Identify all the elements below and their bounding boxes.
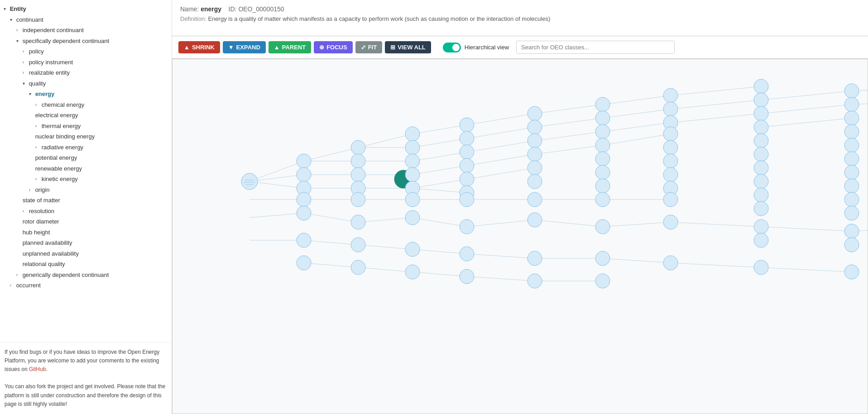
name-label: Name: bbox=[180, 5, 199, 13]
tree-label: planned availability bbox=[23, 238, 72, 247]
tree-node-potential-energy[interactable]: potential energy bbox=[0, 152, 172, 163]
svg-point-104 bbox=[460, 219, 474, 234]
tree-indent bbox=[0, 164, 35, 173]
focus-button[interactable]: ⊕ FOCUS bbox=[314, 41, 353, 53]
tree-node-specifically-dependent-continuant[interactable]: ▾specifically dependent continuant bbox=[0, 36, 172, 47]
tree-node-policy-instrument[interactable]: ›policy instrument bbox=[0, 57, 172, 68]
tree-label: occurrent bbox=[16, 281, 41, 290]
focus-label: FOCUS bbox=[326, 44, 347, 51]
tree-node-chemical-energy[interactable]: ›chemical energy bbox=[0, 100, 172, 110]
tree-area[interactable]: ▾Entity ▾continuant ›independent continu… bbox=[0, 0, 172, 342]
graph-svg bbox=[173, 59, 868, 414]
svg-point-109 bbox=[528, 133, 542, 148]
toolbar: ▲ SHRINK ▼ EXPAND ▲ PARENT ⊕ FOCUS ⤢ FIT… bbox=[172, 36, 868, 59]
footer-text3: You can also fork the project and get in… bbox=[5, 382, 167, 409]
tree-label: state of matter bbox=[23, 196, 60, 205]
tree-arrow: ▾ bbox=[4, 5, 10, 12]
viewall-label: VIEW ALL bbox=[398, 44, 426, 51]
svg-point-105 bbox=[460, 247, 474, 261]
tree-indent bbox=[0, 249, 23, 258]
tree-label: energy bbox=[35, 90, 55, 99]
svg-point-112 bbox=[528, 174, 542, 189]
parent-button[interactable]: ▲ PARENT bbox=[269, 41, 311, 53]
tree-node-planned-availability[interactable]: planned availability bbox=[0, 238, 172, 248]
tree-label: electrical energy bbox=[35, 111, 78, 120]
tree-indent bbox=[0, 26, 16, 35]
tree-node-state-of-matter[interactable]: state of matter bbox=[0, 195, 172, 206]
tree-node-policy[interactable]: ›policy bbox=[0, 46, 172, 57]
viewall-button[interactable]: ⊞ VIEW ALL bbox=[385, 41, 431, 53]
svg-point-117 bbox=[595, 97, 610, 112]
search-box bbox=[516, 41, 675, 54]
svg-point-126 bbox=[595, 251, 610, 266]
tree-node-radiative-energy[interactable]: ›radiative energy bbox=[0, 142, 172, 153]
svg-point-100 bbox=[460, 158, 474, 173]
id-label: ID: bbox=[229, 5, 237, 13]
svg-point-156 bbox=[844, 138, 859, 152]
svg-point-128 bbox=[663, 88, 678, 103]
tree-arrow: › bbox=[35, 101, 42, 108]
svg-point-125 bbox=[595, 219, 610, 234]
tree-node-energy[interactable]: ▾energy bbox=[0, 89, 172, 100]
tree-node-kinetic-energy[interactable]: ›kinetic energy bbox=[0, 174, 172, 185]
svg-point-111 bbox=[528, 161, 542, 175]
svg-point-138 bbox=[663, 256, 678, 270]
parent-label: PARENT bbox=[282, 44, 306, 51]
tree-node-unplanned-availability[interactable]: unplanned availability bbox=[0, 248, 172, 259]
tree-indent bbox=[0, 175, 35, 184]
tree-label: nuclear binding energy bbox=[35, 132, 95, 141]
tree-label: specifically dependent continuant bbox=[23, 37, 110, 46]
search-input[interactable] bbox=[516, 41, 675, 54]
svg-point-150 bbox=[754, 233, 768, 247]
graph-area[interactable] bbox=[172, 59, 868, 414]
tree-indent bbox=[0, 186, 29, 195]
fit-button[interactable]: ⤢ FIT bbox=[355, 41, 383, 53]
svg-point-123 bbox=[595, 179, 610, 193]
tree-indent bbox=[0, 68, 23, 77]
tree-node-entity[interactable]: ▾Entity bbox=[0, 4, 172, 14]
toggle-group: Hierarchical view bbox=[443, 43, 509, 52]
shrink-button[interactable]: ▲ SHRINK bbox=[178, 41, 220, 53]
tree-node-nuclear-binding-energy[interactable]: nuclear binding energy bbox=[0, 131, 172, 142]
tree-node-independent-continuant[interactable]: ›independent continuant bbox=[0, 25, 172, 36]
expand-button[interactable]: ▼ EXPAND bbox=[223, 41, 266, 53]
tree-indent bbox=[0, 281, 10, 290]
tree-indent bbox=[0, 153, 35, 162]
svg-point-93 bbox=[405, 192, 420, 207]
tree-node-quality[interactable]: ▾quality bbox=[0, 78, 172, 89]
github-link[interactable]: GitHub bbox=[29, 366, 46, 372]
svg-point-158 bbox=[844, 165, 859, 180]
svg-point-77 bbox=[297, 206, 311, 220]
tree-node-resolution[interactable]: ›resolution bbox=[0, 206, 172, 217]
svg-point-161 bbox=[844, 206, 859, 220]
tree-indent bbox=[0, 238, 23, 247]
info-panel: Name: energy ID: OEO_00000150 Definition… bbox=[172, 0, 868, 36]
hierarchical-toggle[interactable] bbox=[443, 43, 461, 52]
tree-node-thermal-energy[interactable]: ›thermal energy bbox=[0, 121, 172, 132]
tree-label: radiative energy bbox=[42, 143, 84, 152]
svg-point-132 bbox=[663, 140, 678, 155]
svg-point-79 bbox=[297, 256, 311, 270]
shrink-icon: ▲ bbox=[184, 44, 190, 51]
tree-node-realizable-entity[interactable]: ›realizable entity bbox=[0, 67, 172, 78]
tree-node-occurrent[interactable]: ›occurrent bbox=[0, 280, 172, 291]
svg-point-84 bbox=[351, 192, 365, 207]
tree-node-relational-quality[interactable]: relational quality bbox=[0, 259, 172, 270]
svg-point-140 bbox=[754, 93, 768, 107]
tree-node-hub-height[interactable]: hub height bbox=[0, 227, 172, 238]
tree-label: resolution bbox=[29, 207, 54, 216]
def-label: Definition: bbox=[180, 15, 206, 22]
svg-point-91 bbox=[405, 167, 420, 182]
tree-node-renewable-energy[interactable]: renewable energy bbox=[0, 163, 172, 174]
tree-node-generically-dependent-continuant[interactable]: ›generically dependent continuant bbox=[0, 270, 172, 281]
svg-point-147 bbox=[754, 188, 768, 202]
tree-node-rotor-diameter[interactable]: rotor diameter bbox=[0, 216, 172, 227]
tree-node-origin[interactable]: ›origin bbox=[0, 185, 172, 195]
svg-point-97 bbox=[460, 118, 474, 132]
tree-arrow: ▾ bbox=[10, 16, 16, 23]
tree-label: independent continuant bbox=[23, 26, 84, 35]
tree-node-continuant[interactable]: ▾continuant bbox=[0, 14, 172, 25]
tree-node-electrical-energy[interactable]: electrical energy bbox=[0, 110, 172, 121]
svg-point-160 bbox=[844, 192, 859, 207]
svg-point-124 bbox=[595, 192, 610, 207]
